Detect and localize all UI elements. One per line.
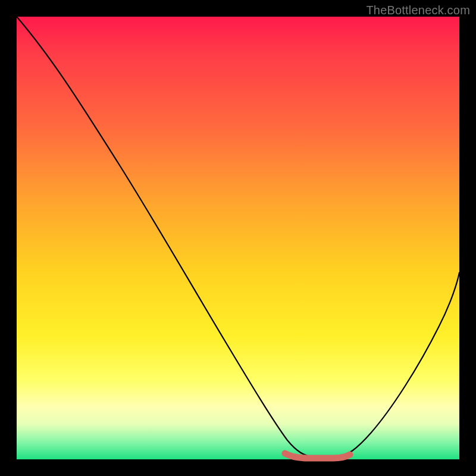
watermark-text: TheBottleneck.com xyxy=(366,4,470,17)
valley-accent xyxy=(285,453,350,458)
bottleneck-curve xyxy=(17,17,459,457)
chart-frame: TheBottleneck.com xyxy=(0,0,476,476)
plot-area xyxy=(17,17,459,459)
curve-svg xyxy=(17,17,459,459)
